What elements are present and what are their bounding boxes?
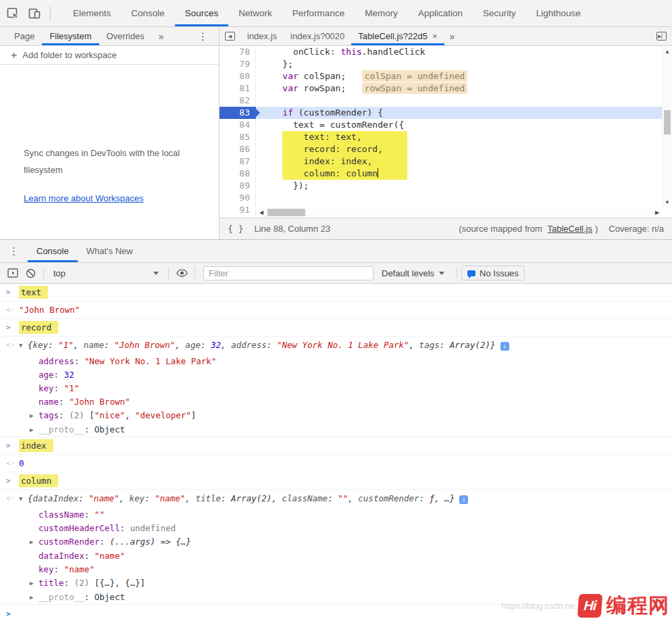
navigator-more-tabs-icon[interactable]: »	[152, 27, 171, 45]
editor-vertical-scrollbar[interactable]: ▲ ▼	[662, 46, 672, 207]
line-number[interactable]: 89	[219, 180, 256, 192]
console-text-segment: ,	[185, 493, 195, 503]
code-text[interactable]	[256, 95, 662, 107]
toolbar-left-icons	[0, 0, 47, 26]
command-chevron-icon: >	[6, 440, 11, 451]
drawer-tab-what-s-new[interactable]: What's New	[78, 240, 142, 262]
value-info-icon[interactable]: i	[459, 495, 468, 504]
live-expression-eye-icon[interactable]	[173, 265, 190, 281]
file-tab-index-js[interactable]: index.js	[240, 27, 284, 45]
line-number[interactable]: 85	[219, 131, 256, 143]
vertical-scroll-thumb[interactable]	[664, 110, 671, 134]
main-tab-sources[interactable]: Sources	[175, 0, 229, 26]
line-number[interactable]: 78	[219, 46, 256, 58]
file-tab-tablecell-js-22d5[interactable]: TableCell.js?22d5×	[351, 27, 444, 45]
console-filter-input[interactable]	[203, 266, 373, 280]
inspect-element-icon[interactable]	[5, 6, 20, 21]
expand-triangle-icon[interactable]: ▶	[30, 578, 38, 589]
toolbar-divider	[168, 267, 169, 279]
editor-line: 82	[219, 95, 662, 107]
close-tab-icon[interactable]: ×	[432, 31, 438, 41]
file-tab-index-js-0020[interactable]: index.js?0020	[284, 27, 351, 45]
drawer-tab-console[interactable]: Console	[28, 240, 78, 262]
line-number[interactable]: 83	[219, 107, 256, 119]
code-editor[interactable]: 78 onClick: this.handleClick79 };80 var …	[219, 46, 672, 218]
line-number[interactable]: 81	[219, 82, 256, 95]
collapse-triangle-icon[interactable]: ▼	[19, 340, 28, 351]
main-tab-lighthouse[interactable]: Lighthouse	[526, 0, 591, 26]
line-number[interactable]: 86	[219, 143, 256, 155]
code-text[interactable]: var rowSpan; rowSpan = undefined	[256, 82, 662, 95]
code-text[interactable]: });	[256, 180, 662, 192]
source-map-link[interactable]: TableCell.js	[548, 224, 592, 234]
no-issues-button[interactable]: No Issues	[461, 266, 525, 280]
code-text[interactable]: onClick: this.handleClick	[256, 46, 662, 58]
main-tab-console[interactable]: Console	[121, 0, 175, 26]
main-tab-elements[interactable]: Elements	[63, 0, 121, 26]
main-tab-performance[interactable]: Performance	[282, 0, 355, 26]
code-text[interactable]	[256, 192, 662, 204]
line-number[interactable]: 80	[219, 70, 256, 82]
code-text[interactable]: index: index,	[256, 155, 662, 168]
console-text-segment: "John Brown"	[69, 397, 130, 407]
code-text[interactable]: text: text,	[256, 131, 662, 143]
pretty-print-button[interactable]: { }	[228, 224, 243, 234]
toolbar-divider	[50, 5, 51, 21]
object-property-row: key: "1"	[0, 381, 672, 395]
code-text[interactable]: column: column	[256, 168, 662, 180]
scroll-up-arrow-icon[interactable]: ▲	[663, 47, 672, 56]
sources-subbar: PageFilesystemOverrides » ⋮ ◀ index.jsin…	[0, 27, 672, 46]
collapse-triangle-icon[interactable]: ▼	[19, 493, 28, 505]
code-text[interactable]: };	[256, 58, 662, 70]
console-text-segment: "John Brown"	[114, 340, 175, 350]
result-arrow-icon: <·	[6, 339, 15, 351]
navigator-menu-icon[interactable]: ⋮	[191, 27, 215, 45]
line-number[interactable]: 84	[219, 119, 256, 131]
devtools-main-toolbar: ElementsConsoleSourcesNetworkPerformance…	[0, 0, 672, 27]
clear-console-icon[interactable]	[22, 265, 39, 281]
add-folder-button[interactable]: + Add folder to workspace	[0, 46, 219, 65]
learn-workspaces-link[interactable]: Learn more about Workspaces	[24, 193, 144, 203]
add-folder-label: Add folder to workspace	[22, 50, 116, 60]
workspace-sync-text: Sync changes in DevTools with the local …	[24, 145, 186, 178]
console-text-segment: [{…}, {…}]	[95, 578, 145, 588]
expand-triangle-icon[interactable]: ▶	[30, 537, 38, 548]
code-text[interactable]: var colSpan; colSpan = undefined	[256, 70, 662, 82]
code-text[interactable]: text = customRender({	[256, 119, 662, 131]
expand-triangle-icon[interactable]: ▶	[30, 424, 38, 436]
code-segment	[346, 83, 361, 93]
file-more-tabs-icon[interactable]: »	[444, 27, 461, 45]
scroll-down-arrow-icon[interactable]: ▼	[663, 197, 672, 207]
code-text[interactable]: if (customRender) {	[256, 107, 662, 119]
nav-tab-page[interactable]: Page	[7, 27, 42, 45]
console-text-segment: :	[78, 493, 88, 503]
console-text-segment: ""	[338, 493, 348, 503]
value-info-icon[interactable]: i	[500, 342, 509, 351]
expand-triangle-icon[interactable]: ▶	[30, 592, 38, 603]
device-toolbar-icon[interactable]	[27, 6, 42, 21]
log-levels-select[interactable]: Default levels	[373, 268, 453, 278]
expand-triangle-icon[interactable]: ▶	[30, 410, 38, 422]
line-number[interactable]: 87	[219, 155, 256, 168]
line-number[interactable]: 79	[219, 58, 256, 70]
console-text-segment: (2)	[69, 410, 89, 420]
line-number[interactable]: 91	[219, 204, 256, 216]
line-number[interactable]: 90	[219, 192, 256, 204]
line-number[interactable]: 88	[219, 168, 256, 180]
code-text[interactable]	[256, 204, 662, 216]
console-text-segment: dataIndex	[33, 493, 79, 503]
nav-tab-filesystem[interactable]: Filesystem	[42, 27, 99, 45]
main-tab-memory[interactable]: Memory	[355, 0, 408, 26]
show-debugger-sidebar-icon[interactable]: ▶▏	[651, 27, 672, 45]
console-sidebar-toggle-icon[interactable]	[4, 265, 22, 281]
nav-tab-overrides[interactable]: Overrides	[99, 27, 152, 45]
drawer-menu-icon[interactable]: ⋮	[0, 240, 28, 262]
main-tab-network[interactable]: Network	[228, 0, 282, 26]
hide-navigator-icon[interactable]: ◀	[219, 27, 240, 45]
line-number[interactable]: 82	[219, 95, 256, 107]
code-text[interactable]: record: record,	[256, 143, 662, 155]
console-command: >record	[0, 318, 672, 336]
main-tab-security[interactable]: Security	[473, 0, 526, 26]
main-tab-application[interactable]: Application	[408, 0, 473, 26]
execution-context-select[interactable]: top	[48, 268, 164, 278]
